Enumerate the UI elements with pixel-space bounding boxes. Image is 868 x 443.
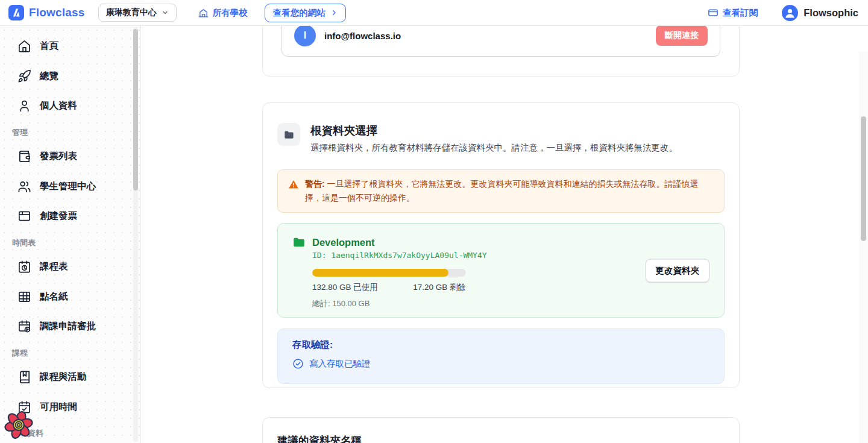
brand-name: Flowclass: [29, 6, 85, 19]
credit-card-icon: [708, 7, 719, 18]
warning-text: 警告: 一旦選擇了根資料夾，它將無法更改。更改資料夾可能導致資料和連結的損失或無…: [305, 177, 714, 205]
storage-remaining: 17.20 GB 剩餘: [413, 282, 466, 293]
warning-banner: 警告: 一旦選擇了根資料夾，它將無法更改。更改資料夾可能導致資料和連結的損失或無…: [277, 169, 725, 213]
user-name: Flowsophic: [804, 7, 858, 19]
flowclass-logo-icon: [8, 5, 24, 20]
view-subscription-label: 查看訂閱: [723, 7, 758, 19]
access-verification-panel: 存取驗證: 寫入存取已驗證: [277, 328, 725, 384]
sidebar-item-profile[interactable]: 個人資料: [0, 91, 140, 121]
folder-name: Development: [312, 236, 487, 249]
sidebar-item-reschedule-approval[interactable]: 調課申請審批: [0, 312, 140, 342]
invoice-icon: [17, 209, 31, 224]
view-site-button[interactable]: 查看您的網站: [265, 4, 346, 22]
selected-folder-details: Development ID: 1aenqilRkMXds7w7akOyyLA0…: [312, 236, 487, 309]
root-folder-header: 根資料夾選擇 選擇根資料夾，所有教育材料將存儲在該資料夾中。請注意，一旦選擇，根…: [277, 123, 725, 154]
school-selector-dropdown[interactable]: 康琳教育中心: [98, 4, 177, 22]
warning-body: 一旦選擇了根資料夾，它將無法更改。更改資料夾可能導致資料和連結的損失或無法存取。…: [305, 179, 699, 203]
account-avatar: I: [294, 26, 316, 46]
sidebar-section-management: 管理: [0, 121, 140, 142]
connected-account-row: I info@flowclass.io 斷開連接: [281, 26, 720, 57]
school-building-icon: [198, 8, 209, 18]
sidebar-item-label: 可用時間: [40, 401, 77, 413]
warning-triangle-icon: [288, 179, 299, 205]
root-folder-subtitle: 選擇根資料夾，所有教育材料將存儲在該資料夾中。請注意，一旦選擇，根資料夾將無法更…: [310, 142, 678, 154]
storage-labels: 132.80 GB 已使用 17.20 GB 剩餘: [312, 282, 466, 293]
check-circle-icon: [292, 358, 304, 369]
calendar-clock-icon: [17, 260, 31, 274]
sidebar-item-label: 點名紙: [40, 291, 68, 303]
all-schools-link[interactable]: 所有學校: [198, 7, 248, 19]
sidebar-item-attendance[interactable]: 點名紙: [0, 282, 140, 312]
folder-id: ID: 1aenqilRkMXds7w7akOyyLA09ul-WMY4Y: [312, 251, 487, 260]
sidebar-item-schedule[interactable]: 課程表: [0, 252, 140, 282]
view-site-label: 查看您的網站: [273, 7, 326, 19]
warning-label: 警告:: [305, 179, 325, 189]
users-icon: [17, 179, 31, 193]
chevron-down-icon: [162, 9, 169, 16]
write-access-verified-text: 寫入存取已驗證: [309, 358, 371, 369]
rocket-icon: [17, 69, 31, 83]
sidebar: 首頁 總覽 個人資料 管理 發票列表 學生管理中心 創建發票 時間表 課程表 點…: [0, 26, 141, 443]
flower-sticker-icon: [4, 410, 34, 440]
book-icon: [17, 370, 31, 385]
storage-progress-fill: [312, 269, 448, 277]
sidebar-item-label: 個人資料: [40, 99, 77, 112]
disconnect-button[interactable]: 斷開連接: [656, 26, 708, 46]
page-scrollbar-track[interactable]: [859, 52, 868, 443]
connected-account-card: I info@flowclass.io 斷開連接: [262, 26, 740, 77]
access-verification-title: 存取驗證:: [292, 339, 709, 351]
account-email: info@flowclass.io: [324, 31, 401, 41]
wallet-icon: [17, 149, 31, 164]
sidebar-item-label: 調課申請審批: [40, 320, 96, 333]
all-schools-label: 所有學校: [213, 7, 248, 19]
change-folder-button[interactable]: 更改資料夾: [646, 259, 710, 282]
sidebar-item-student-center[interactable]: 學生管理中心: [0, 172, 140, 202]
sidebar-item-home[interactable]: 首頁: [0, 31, 140, 61]
root-folder-heading-text: 根資料夾選擇 選擇根資料夾，所有教育材料將存儲在該資料夾中。請注意，一旦選擇，根…: [310, 123, 678, 154]
user-icon: [17, 99, 31, 113]
sidebar-item-label: 發票列表: [40, 150, 77, 163]
sidebar-item-overview[interactable]: 總覽: [0, 61, 140, 92]
sidebar-item-label: 課程表: [40, 260, 68, 273]
page-scrollbar-thumb[interactable]: [861, 116, 866, 241]
home-icon: [17, 39, 31, 54]
user-avatar-icon: [782, 5, 798, 21]
sidebar-item-label: 總覽: [40, 70, 58, 83]
topbar: Flowclass 康琳教育中心 所有學校 查看您的網站 查看訂閱 Flowso…: [0, 0, 868, 26]
brand-logo[interactable]: Flowclass: [8, 5, 85, 20]
view-subscription-link[interactable]: 查看訂閱: [708, 7, 758, 19]
sidebar-item-label: 首頁: [40, 40, 58, 52]
storage-total: 總計: 150.00 GB: [312, 298, 487, 309]
sidebar-item-label: 課程與活動: [40, 371, 87, 383]
user-menu[interactable]: Flowsophic: [782, 5, 858, 21]
write-access-verified-row: 寫入存取已驗證: [292, 358, 709, 369]
school-selector-value: 康琳教育中心: [106, 7, 157, 18]
selected-folder-panel: Development ID: 1aenqilRkMXds7w7akOyyLA0…: [277, 223, 725, 318]
root-folder-title: 根資料夾選擇: [310, 123, 678, 138]
storage-used: 132.80 GB 已使用: [312, 282, 378, 293]
sidebar-scrollbar-thumb[interactable]: [133, 29, 138, 190]
sidebar-item-create-invoice[interactable]: 創建發票: [0, 201, 140, 231]
sidebar-item-courses-activities[interactable]: 課程與活動: [0, 362, 140, 392]
chevron-right-icon: [330, 9, 338, 16]
green-folder-icon: [292, 236, 306, 309]
main-content: I info@flowclass.io 斷開連接 根資料夾選擇 選擇根資料夾，所…: [141, 26, 868, 443]
sidebar-item-label: 學生管理中心: [40, 180, 96, 193]
suggested-folder-card: 建議的資料夾名稱: [262, 417, 740, 443]
root-folder-card: 根資料夾選擇 選擇根資料夾，所有教育材料將存儲在該資料夾中。請注意，一旦選擇，根…: [262, 102, 740, 388]
table-icon: [17, 289, 31, 304]
sidebar-item-invoice-list[interactable]: 發票列表: [0, 142, 140, 172]
calendar-play-icon: [17, 319, 31, 334]
storage-progress-bar: [312, 269, 466, 277]
sidebar-item-label: 創建發票: [40, 210, 77, 222]
sidebar-section-courses: 課程: [0, 342, 140, 363]
folder-icon: [277, 123, 300, 146]
sidebar-section-timetable: 時間表: [0, 231, 140, 253]
suggested-folder-title: 建議的資料夾名稱: [277, 433, 725, 443]
